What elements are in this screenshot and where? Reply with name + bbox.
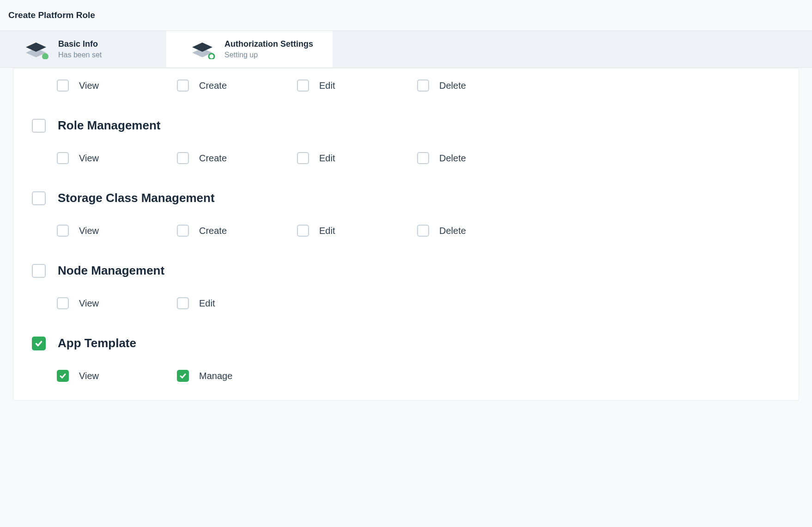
- permission-label: Delete: [439, 226, 466, 236]
- permissions-panel: View Create Edit Delete Rol: [13, 68, 799, 401]
- permission-item-manage: Manage: [177, 370, 297, 382]
- permission-label: Create: [199, 153, 227, 164]
- permission-section: View Create Edit Delete: [32, 80, 780, 92]
- permission-item-delete: Delete: [417, 225, 537, 237]
- section-title: Storage Class Management: [58, 191, 215, 205]
- permission-label: View: [79, 80, 99, 91]
- step-subtitle: Setting up: [224, 51, 313, 59]
- checkbox-group-app-template[interactable]: [32, 337, 46, 350]
- permission-item-edit: Edit: [297, 80, 417, 92]
- checkbox-delete[interactable]: [417, 152, 429, 164]
- section-header: Node Management: [32, 264, 780, 278]
- permission-item-delete: Delete: [417, 80, 537, 92]
- checkbox-delete[interactable]: [417, 225, 429, 237]
- permission-item-view: View: [57, 297, 177, 309]
- section-title: Node Management: [58, 264, 164, 278]
- permission-label: View: [79, 298, 99, 309]
- section-title: Role Management: [58, 118, 161, 133]
- step-authorization-settings[interactable]: Authorization Settings Setting up: [166, 31, 333, 67]
- permission-label: Create: [199, 80, 227, 91]
- svg-marker-1: [26, 43, 46, 52]
- permission-item-view: View: [57, 225, 177, 237]
- permission-section-node-management: Node Management View Edit: [32, 264, 780, 309]
- checkbox-manage[interactable]: [177, 370, 189, 382]
- section-header: Role Management: [32, 118, 780, 133]
- page-title: Create Platform Role: [8, 10, 804, 20]
- svg-point-5: [209, 54, 214, 59]
- step-subtitle: Has been set: [58, 51, 102, 59]
- step-basic-info[interactable]: Basic Info Has been set: [0, 31, 166, 67]
- checkbox-view[interactable]: [57, 225, 69, 237]
- permission-row: View Create Edit Delete: [57, 80, 780, 92]
- permission-section-storage-class-management: Storage Class Management View Create Edi…: [32, 191, 780, 237]
- permission-label: Create: [199, 226, 227, 236]
- checkbox-edit[interactable]: [177, 297, 189, 309]
- checkbox-delete[interactable]: [417, 80, 429, 92]
- step-text: Authorization Settings Setting up: [224, 39, 313, 59]
- step-title: Basic Info: [58, 39, 102, 49]
- permission-item-edit: Edit: [177, 297, 297, 309]
- checkbox-edit[interactable]: [297, 225, 309, 237]
- wizard-steps: Basic Info Has been set Authorization Se…: [0, 31, 812, 68]
- checkbox-group-role-management[interactable]: [32, 119, 46, 133]
- permission-item-delete: Delete: [417, 152, 537, 164]
- checkbox-edit[interactable]: [297, 152, 309, 164]
- permission-label: View: [79, 371, 99, 381]
- permission-row: View Edit: [57, 297, 780, 309]
- content-wrap: View Create Edit Delete Rol: [0, 68, 812, 414]
- permission-item-view: View: [57, 152, 177, 164]
- checkbox-create[interactable]: [177, 225, 189, 237]
- permission-label: Manage: [199, 371, 232, 381]
- permission-section-app-template: App Template View Manage: [32, 336, 780, 382]
- layers-icon: [189, 40, 215, 59]
- permission-row: View Create Edit Delete: [57, 152, 780, 164]
- checkbox-create[interactable]: [177, 80, 189, 92]
- step-title: Authorization Settings: [224, 39, 313, 49]
- section-header: Storage Class Management: [32, 191, 780, 205]
- checkbox-edit[interactable]: [297, 80, 309, 92]
- permission-item-edit: Edit: [297, 152, 417, 164]
- permission-section-role-management: Role Management View Create Edit Delete: [32, 118, 780, 164]
- page-header: Create Platform Role: [0, 0, 812, 31]
- permission-label: Delete: [439, 80, 466, 91]
- checkbox-group-storage-class-management[interactable]: [32, 191, 46, 205]
- checkbox-view[interactable]: [57, 152, 69, 164]
- checkbox-create[interactable]: [177, 152, 189, 164]
- step-text: Basic Info Has been set: [58, 39, 102, 59]
- permission-label: Delete: [439, 153, 466, 164]
- permission-row: View Create Edit Delete: [57, 225, 780, 237]
- permission-item-edit: Edit: [297, 225, 417, 237]
- checkbox-view[interactable]: [57, 370, 69, 382]
- svg-marker-4: [192, 43, 212, 52]
- section-title: App Template: [58, 336, 136, 350]
- checkbox-group-node-management[interactable]: [32, 264, 46, 278]
- permission-row: View Manage: [57, 370, 780, 382]
- section-header: App Template: [32, 336, 780, 350]
- permission-item-view: View: [57, 80, 177, 92]
- permission-label: View: [79, 153, 99, 164]
- permission-item-create: Create: [177, 80, 297, 92]
- layers-icon: [23, 40, 49, 59]
- permission-label: Edit: [319, 226, 335, 236]
- permission-item-create: Create: [177, 152, 297, 164]
- permission-label: Edit: [319, 80, 335, 91]
- permission-label: View: [79, 226, 99, 236]
- permission-item-view: View: [57, 370, 177, 382]
- checkbox-view[interactable]: [57, 297, 69, 309]
- permission-label: Edit: [199, 298, 215, 309]
- checkbox-view[interactable]: [57, 80, 69, 92]
- permission-item-create: Create: [177, 225, 297, 237]
- permission-label: Edit: [319, 153, 335, 164]
